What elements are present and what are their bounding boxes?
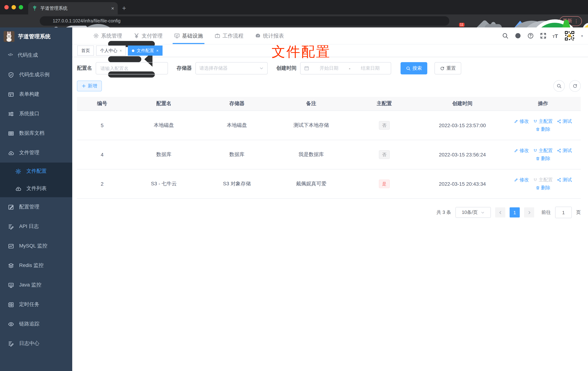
sidebar-item-api-log[interactable]: API 日志 [0, 217, 72, 236]
edit-link[interactable]: 修改 [514, 177, 529, 183]
share-icon[interactable] [430, 18, 436, 24]
sidebar-item-code-gen[interactable]: </> 代码生成 [0, 45, 72, 65]
back-icon[interactable] [4, 18, 10, 24]
reset-button[interactable]: 重置 [434, 62, 461, 74]
home-icon[interactable] [30, 18, 36, 24]
close-icon[interactable]: × [156, 48, 158, 53]
extension-kite-icon[interactable] [466, 17, 473, 25]
current-page-button[interactable]: 1 [510, 207, 520, 217]
log-edit-icon [8, 340, 14, 347]
refresh-table-button[interactable] [569, 80, 581, 92]
prev-page-button[interactable] [495, 207, 505, 217]
test-link[interactable]: 测试 [557, 177, 572, 183]
sidebar-item-cron-job[interactable]: 定时任务 [0, 295, 72, 314]
sidebar-item-file-list[interactable]: 文件列表 [0, 180, 72, 197]
url-text[interactable]: 127.0.0.1:1024/infra/file/file-config [53, 18, 419, 23]
col-header-name: 配置名 [127, 100, 200, 107]
extension-command-icon[interactable] [477, 17, 485, 25]
fullscreen-icon[interactable] [540, 32, 546, 39]
total-count: 共 3 条 [437, 209, 451, 216]
master-config-link[interactable]: 主配置 [533, 118, 553, 125]
master-config-link[interactable]: 主配置 [533, 147, 553, 154]
close-window-button[interactable] [4, 5, 9, 9]
extension-y-icon[interactable] [501, 17, 508, 25]
sidebar-item-file-config[interactable]: 文件配置 [0, 163, 72, 180]
avatar[interactable] [564, 30, 575, 41]
test-link[interactable]: 测试 [557, 147, 572, 154]
sidebar-item-file-manage[interactable]: 文件管理 [0, 143, 72, 163]
search-icon[interactable] [502, 32, 508, 39]
app-logo-bunny [4, 31, 14, 42]
help-icon[interactable] [527, 32, 534, 39]
extension-green-star-icon[interactable] [512, 17, 520, 25]
sidebar-item-trace[interactable]: 链路追踪 [0, 314, 72, 334]
extensions-puzzle-icon[interactable] [535, 17, 543, 25]
master-tag: 否 [379, 121, 390, 130]
new-tab-button[interactable]: + [122, 4, 126, 12]
font-size-icon[interactable]: TT [552, 33, 558, 39]
show-search-button[interactable] [553, 80, 565, 92]
pencil-icon [514, 119, 518, 124]
menu-fold-icon[interactable] [77, 32, 84, 39]
minimize-window-button[interactable] [11, 5, 16, 9]
password-key-icon[interactable] [422, 18, 428, 24]
sidebar-item-config-manage[interactable]: 配置管理 [0, 197, 72, 217]
sidebar-item-code-gen-demo[interactable]: 代码生成示例 [0, 65, 72, 85]
browser-tab[interactable]: 芋道管理系统 × [28, 2, 118, 14]
briefcase-icon [215, 33, 220, 39]
main-area: 系统管理 支付管理 基础设施 工作流程 统计报表 [72, 27, 588, 371]
edit-link[interactable]: 修改 [514, 118, 529, 125]
nav-item-workflow[interactable]: 工作流程 [215, 27, 243, 44]
search-button[interactable]: 搜索 [400, 62, 427, 74]
sidebar-item-form-builder[interactable]: 表单构建 [0, 85, 72, 104]
sidebar-item-java-monitor[interactable]: Java 监控 [0, 275, 72, 295]
extension-tabs-icon[interactable]: 11 [454, 17, 462, 25]
extension-eye-icon[interactable] [524, 17, 531, 25]
date-range-picker[interactable]: 开始日期 - 结束日期 [300, 62, 391, 74]
browser-tab-strip: 芋道管理系统 × + [0, 0, 588, 14]
page-tab-file-config[interactable]: 文件配置 × [128, 45, 163, 56]
app-logo-row[interactable]: 芋道管理系统 [0, 27, 72, 45]
github-icon[interactable] [514, 32, 521, 39]
site-info-icon[interactable] [44, 18, 50, 24]
sidebar-item-redis-monitor[interactable]: Redis 监控 [0, 256, 72, 275]
close-icon[interactable]: × [120, 48, 122, 53]
add-button[interactable]: 新增 [77, 81, 102, 91]
storage-select[interactable]: 请选择存储器 [195, 62, 268, 74]
sidebar-item-log-center[interactable]: 日志中心 [0, 334, 72, 353]
sidebar-item-mysql-monitor[interactable]: MySQL 监控 [0, 236, 72, 256]
goto-page-input[interactable] [555, 207, 572, 218]
extension-emoji-icon[interactable] [547, 17, 554, 25]
page-tab-home[interactable]: 首页 [77, 45, 94, 56]
bookmark-star-icon[interactable] [439, 18, 445, 24]
nav-item-system[interactable]: 系统管理 [93, 27, 122, 44]
magnet-icon [533, 119, 538, 124]
test-link[interactable]: 测试 [557, 118, 572, 125]
header-actions: TT ▾ [502, 30, 583, 41]
reload-icon[interactable] [21, 18, 27, 24]
zoom-window-button[interactable] [19, 5, 23, 9]
address-bar[interactable]: 127.0.0.1:1024/infra/file/file-config [40, 16, 449, 26]
edit-link[interactable]: 修改 [514, 147, 529, 154]
tab-close-icon[interactable]: × [111, 6, 114, 11]
delete-link[interactable]: 删除 [536, 155, 550, 162]
browser-window: 芋道管理系统 × + 127.0.0.1:1024/infra/file/fil… [0, 0, 588, 371]
extension-grey-circle-icon[interactable] [489, 17, 497, 25]
nav-item-infra[interactable]: 基础设施 [174, 27, 203, 44]
page-tab-profile[interactable]: 个人中心 × [96, 45, 126, 56]
sidebar-item-system-api[interactable]: 系统接口 [0, 104, 72, 124]
delete-link[interactable]: 删除 [536, 126, 550, 133]
sidebar-item-db-doc[interactable]: 数据库文档 [0, 124, 72, 143]
nav-item-pay[interactable]: 支付管理 [134, 27, 163, 44]
next-page-button[interactable] [524, 207, 534, 217]
gauge-icon [255, 33, 261, 39]
page-size-select[interactable]: 10条/页 [455, 207, 491, 218]
page-suffix: 页 [576, 209, 581, 216]
delete-link[interactable]: 删除 [536, 185, 550, 191]
trash-icon [536, 127, 540, 131]
nav-item-report[interactable]: 统计报表 [255, 27, 284, 44]
avatar-caret-icon[interactable]: ▾ [581, 34, 583, 38]
cloud-download-icon [8, 150, 14, 156]
config-name-input[interactable] [100, 65, 164, 71]
forward-icon[interactable] [12, 18, 19, 24]
